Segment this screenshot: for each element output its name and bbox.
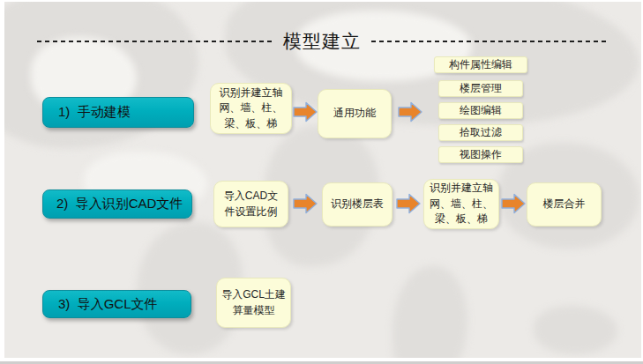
source-box-label: 3) 导入GCL文件 [43,296,158,313]
section-title-row: 模型建立 [37,30,607,53]
source-box-import-gcl: 3) 导入GCL文件 [42,290,191,318]
map-blob [534,306,617,354]
step-box-import-gcl-model: 导入GCL土建算量模型 [216,278,291,328]
output-box-draw-edit: 绘图编辑 [438,102,523,119]
source-box-label: 1) 手动建模 [43,104,131,121]
step-box-build-axis-2: 识别并建立轴网、墙、柱、梁、板、梯 [423,179,499,229]
output-box-floor-manage: 楼层管理 [438,80,523,97]
output-box-view-operate: 视图操作 [438,146,523,163]
step-box-common-functions: 通用功能 [318,89,392,138]
flow-arrow-icon [293,101,318,123]
page-title: 模型建立 [283,29,361,54]
slide: 模型建立 1) 手动建模 识别并建立轴网、墙、柱、梁、板、梯 通用功能 构件属性… [0,0,643,364]
source-box-label: 2) 导入识别CAD文件 [43,196,183,212]
step-box-floor-merge: 楼层合并 [527,182,602,227]
step-box-import-cad-scale: 导入CAD文件设置比例 [213,181,288,227]
source-box-import-cad: 2) 导入识别CAD文件 [42,189,192,219]
title-dashed-line-left [37,41,273,42]
map-blob [393,266,467,358]
output-box-attribute-edit: 构件属性编辑 [434,56,527,73]
flow-arrow-icon [396,193,421,214]
output-box-pick-filter: 拾取过滤 [438,124,523,141]
source-box-manual-modeling: 1) 手动建模 [42,97,194,128]
flow-arrow-icon [501,193,526,214]
flow-arrow-icon [293,193,318,214]
flow-arrow-icon [398,101,422,123]
title-dashed-line-right [371,41,607,42]
step-box-build-axis-1: 识别并建立轴网、墙、柱、梁、板、梯 [210,83,292,134]
step-box-floor-table: 识别楼层表 [322,182,393,227]
